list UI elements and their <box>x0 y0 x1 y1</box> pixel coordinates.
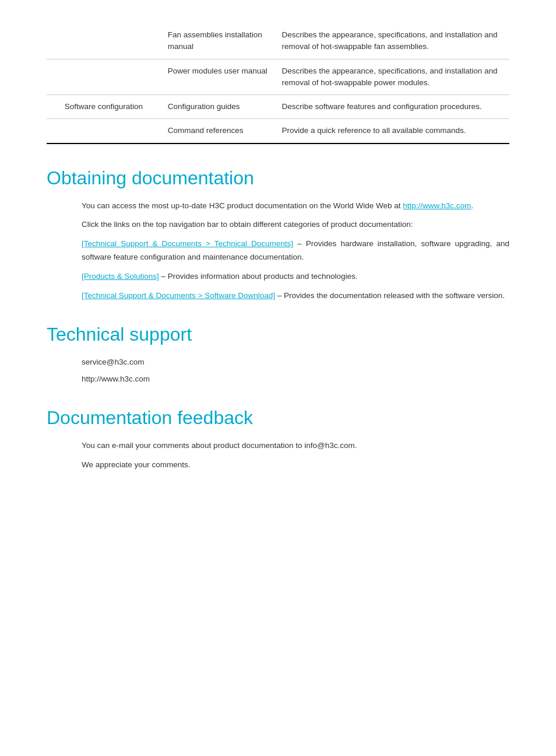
obtaining-para2: Click the links on the top navigation ba… <box>82 218 509 232</box>
obtaining-para1-period: . <box>471 201 473 210</box>
obtaining-para1-text: You can access the most up-to-date H3C p… <box>82 201 403 210</box>
manual-cell: Fan assemblies installation manual <box>161 23 275 59</box>
link3-desc: – Provides the documentation released wi… <box>275 291 505 300</box>
obtaining-documentation-heading: Obtaining documentation <box>47 167 509 189</box>
support-email: service@h3c.com <box>82 356 509 369</box>
manual-cell: Power modules user manual <box>161 59 275 95</box>
feedback-para1: You can e-mail your comments about produ… <box>82 439 509 453</box>
table-row: Software configuration Configuration gui… <box>47 95 509 119</box>
obtaining-link1-para: [Technical Support & Documents > Technic… <box>82 237 509 264</box>
h3c-website-link[interactable]: http://www.h3c.com <box>403 201 471 210</box>
category-cell <box>47 119 161 144</box>
category-cell: Software configuration <box>47 95 161 119</box>
table-row: Command references Provide a quick refer… <box>47 119 509 144</box>
documentation-feedback-heading: Documentation feedback <box>47 407 509 429</box>
manual-cell: Command references <box>161 119 275 144</box>
products-solutions-link[interactable]: [Products & Solutions] <box>82 272 159 281</box>
obtaining-link3-para: [Technical Support & Documents > Softwar… <box>82 289 509 303</box>
manual-cell: Configuration guides <box>161 95 275 119</box>
feedback-para2: We appreciate your comments. <box>82 459 509 472</box>
link2-desc: – Provides information about products an… <box>159 272 358 281</box>
description-cell: Provide a quick reference to all availab… <box>275 119 509 144</box>
tech-support-documents-link[interactable]: [Technical Support & Documents > Technic… <box>82 239 293 248</box>
description-cell: Describes the appearance, specifications… <box>275 23 509 59</box>
category-cell <box>47 23 161 59</box>
technical-support-heading: Technical support <box>47 324 509 345</box>
obtaining-para1: You can access the most up-to-date H3C p… <box>82 200 509 213</box>
support-website: http://www.h3c.com <box>82 373 509 386</box>
documentation-feedback-block: You can e-mail your comments about produ… <box>82 439 509 472</box>
description-cell: Describe software features and configura… <box>275 95 509 119</box>
obtaining-documentation-block: You can access the most up-to-date H3C p… <box>82 200 509 303</box>
software-download-link[interactable]: [Technical Support & Documents > Softwar… <box>82 291 275 300</box>
documentation-table: Fan assemblies installation manual Descr… <box>47 23 509 144</box>
table-row: Fan assemblies installation manual Descr… <box>47 23 509 59</box>
category-cell <box>47 59 161 95</box>
obtaining-link2-para: [Products & Solutions] – Provides inform… <box>82 270 509 284</box>
main-table-container: Fan assemblies installation manual Descr… <box>47 23 509 144</box>
table-row: Power modules user manual Describes the … <box>47 59 509 95</box>
description-cell: Describes the appearance, specifications… <box>275 59 509 95</box>
